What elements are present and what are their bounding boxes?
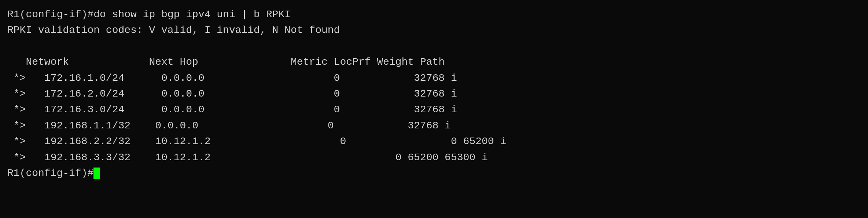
row4-prefix: *> bbox=[14, 120, 26, 131]
row6-nexthop: 10.12.1.2 bbox=[155, 152, 210, 163]
row2-network: 172.16.2.0/24 bbox=[44, 88, 124, 99]
row3-metric: 0 bbox=[334, 104, 340, 115]
row3-network: 172.16.3.0/24 bbox=[44, 104, 124, 115]
row3-prefix: *> bbox=[14, 104, 26, 115]
bgp-row-4: *> 192.168.1.1/32 0.0.0.0 0 32768 i bbox=[7, 118, 861, 134]
row6-weight: 0 bbox=[396, 152, 402, 163]
row4-metric: 0 bbox=[328, 120, 334, 131]
bgp-row-3: *> 172.16.3.0/24 0.0.0.0 0 32768 i bbox=[7, 102, 861, 117]
row1-weight: 32768 bbox=[414, 72, 445, 84]
row5-path: 65200 i bbox=[463, 136, 507, 147]
bgp-row-2: *> 172.16.2.0/24 0.0.0.0 0 32768 i bbox=[7, 86, 861, 102]
col-nexthop-header: Next Hop bbox=[149, 56, 272, 68]
row3-path: i bbox=[451, 104, 457, 115]
row5-metric: 0 bbox=[340, 136, 346, 147]
row5-network: 192.168.2.2/32 bbox=[44, 136, 130, 147]
row3-weight: 32768 bbox=[414, 104, 445, 115]
col-locprf-header: LocPrf bbox=[328, 56, 371, 68]
row6-prefix: *> bbox=[14, 152, 26, 163]
row1-path: i bbox=[451, 72, 457, 84]
row6-path: 65200 65300 i bbox=[408, 152, 488, 163]
row3-nexthop: 0.0.0.0 bbox=[161, 104, 205, 115]
row4-path: i bbox=[445, 120, 451, 131]
row2-weight: 32768 bbox=[414, 88, 445, 99]
row1-network: 172.16.1.0/24 bbox=[44, 72, 124, 84]
col-path-header: Path bbox=[414, 56, 445, 68]
rpki-codes-line: RPKI validation codes: V valid, I invali… bbox=[7, 22, 861, 38]
row4-weight: 32768 bbox=[408, 120, 438, 131]
row2-path: i bbox=[451, 88, 457, 99]
blank-line-1 bbox=[7, 38, 861, 54]
row2-metric: 0 bbox=[334, 88, 340, 99]
row1-metric: 0 bbox=[334, 72, 340, 84]
row2-prefix: *> bbox=[14, 88, 26, 99]
col-metric-header: Metric bbox=[272, 56, 328, 68]
col-network-header: Network bbox=[26, 56, 149, 68]
row1-nexthop: 0.0.0.0 bbox=[161, 72, 205, 84]
row4-nexthop: 0.0.0.0 bbox=[155, 120, 198, 131]
header-line: Network Next Hop Metric LocPrf Weight Pa… bbox=[7, 54, 861, 70]
cursor bbox=[93, 168, 100, 179]
col-weight-header: Weight bbox=[371, 56, 414, 68]
bgp-row-1: *> 172.16.1.0/24 0.0.0.0 0 32768 i bbox=[7, 70, 861, 86]
prompt-text: R1(config-if)# bbox=[7, 168, 93, 179]
row5-prefix: *> bbox=[14, 136, 26, 147]
prompt-line: R1(config-if)# bbox=[7, 165, 861, 181]
row2-nexthop: 0.0.0.0 bbox=[161, 88, 205, 99]
row1-prefix: *> bbox=[14, 72, 26, 84]
row6-network: 192.168.3.3/32 bbox=[44, 152, 130, 163]
row4-network: 192.168.1.1/32 bbox=[44, 120, 130, 131]
bgp-row-5: *> 192.168.2.2/32 10.12.1.2 0 0 65200 i bbox=[7, 134, 861, 149]
row5-nexthop: 10.12.1.2 bbox=[155, 136, 210, 147]
bgp-row-6: *> 192.168.3.3/32 10.12.1.2 0 65200 6530… bbox=[7, 150, 861, 165]
terminal-window: R1(config-if)#do show ip bgp ipv4 uni | … bbox=[7, 7, 861, 211]
command-line: R1(config-if)#do show ip bgp ipv4 uni | … bbox=[7, 7, 861, 22]
row5-weight: 0 bbox=[451, 136, 457, 147]
